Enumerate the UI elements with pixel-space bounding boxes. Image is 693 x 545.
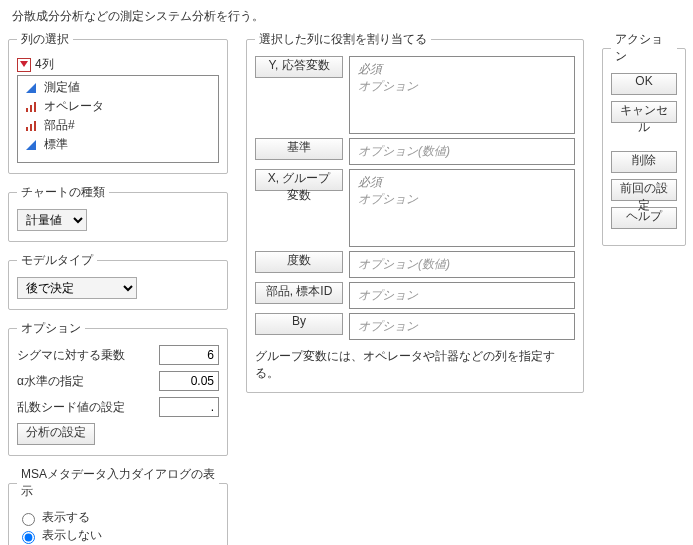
svg-rect-4 bbox=[34, 102, 36, 112]
role-x-box[interactable]: 必須 オプション bbox=[349, 169, 575, 247]
placeholder-optional: オプション bbox=[358, 287, 566, 304]
model-type-group: モデルタイプ 後で決定 bbox=[8, 252, 228, 310]
role-standard-button[interactable]: 基準 bbox=[255, 138, 343, 160]
list-item[interactable]: オペレータ bbox=[18, 97, 218, 116]
svg-rect-3 bbox=[30, 105, 32, 112]
list-item-label: 測定値 bbox=[44, 79, 80, 96]
msa-hide-radio[interactable] bbox=[22, 531, 35, 544]
analysis-settings-button[interactable]: 分析の設定 bbox=[17, 423, 95, 445]
sigma-input[interactable] bbox=[159, 345, 219, 365]
list-item[interactable]: 標準 bbox=[18, 135, 218, 154]
continuous-icon bbox=[24, 138, 38, 152]
help-button[interactable]: ヘルプ bbox=[611, 207, 677, 229]
svg-rect-5 bbox=[26, 127, 28, 131]
alpha-input[interactable] bbox=[159, 371, 219, 391]
dialog-description: 分散成分分析などの測定システム分析を行う。 bbox=[12, 8, 685, 25]
recall-button[interactable]: 前回の設定 bbox=[611, 179, 677, 201]
alpha-label: α水準の指定 bbox=[17, 373, 84, 390]
placeholder-optional: オプション bbox=[358, 78, 566, 95]
msa-show-label: 表示する bbox=[42, 509, 90, 526]
svg-marker-0 bbox=[20, 61, 28, 67]
role-standard-box[interactable]: オプション(数値) bbox=[349, 138, 575, 165]
roles-legend: 選択した列に役割を割り当てる bbox=[255, 31, 431, 48]
svg-rect-6 bbox=[30, 124, 32, 131]
msa-show-radio[interactable] bbox=[22, 513, 35, 526]
placeholder-required: 必須 bbox=[358, 174, 566, 191]
placeholder-optional-num: オプション(数値) bbox=[358, 256, 566, 273]
role-freq-box[interactable]: オプション(数値) bbox=[349, 251, 575, 278]
placeholder-required: 必須 bbox=[358, 61, 566, 78]
placeholder-optional: オプション bbox=[358, 191, 566, 208]
svg-marker-1 bbox=[26, 83, 36, 93]
placeholder-optional-num: オプション(数値) bbox=[358, 143, 566, 160]
column-list[interactable]: 測定値 オペレータ 部品# bbox=[17, 75, 219, 163]
sigma-label: シグマに対する乗数 bbox=[17, 347, 125, 364]
remove-button[interactable]: 削除 bbox=[611, 151, 677, 173]
role-y-box[interactable]: 必須 オプション bbox=[349, 56, 575, 134]
options-legend: オプション bbox=[17, 320, 85, 337]
actions-legend: アクション bbox=[611, 31, 677, 65]
roles-hint: グループ変数には、オペレータや計器などの列を指定する。 bbox=[255, 348, 575, 382]
seed-input[interactable] bbox=[159, 397, 219, 417]
svg-marker-8 bbox=[26, 140, 36, 150]
roles-group: 選択した列に役割を割り当てる Y, 応答変数 必須 オプション 基準 オプション… bbox=[246, 31, 584, 393]
chart-type-group: チャートの種類 計量値 bbox=[8, 184, 228, 242]
nominal-icon bbox=[24, 100, 38, 114]
options-group: オプション シグマに対する乗数 α水準の指定 乱数シード値の設定 分析の設定 bbox=[8, 320, 228, 456]
nominal-icon bbox=[24, 119, 38, 133]
placeholder-optional: オプション bbox=[358, 318, 566, 335]
chart-type-select[interactable]: 計量値 bbox=[17, 209, 87, 231]
column-count: 4列 bbox=[35, 56, 54, 73]
msa-meta-group: MSAメタデータ入力ダイアログの表示 表示する 表示しない bbox=[8, 466, 228, 545]
role-y-button[interactable]: Y, 応答変数 bbox=[255, 56, 343, 78]
role-freq-button[interactable]: 度数 bbox=[255, 251, 343, 273]
role-partid-box[interactable]: オプション bbox=[349, 282, 575, 309]
list-item-label: オペレータ bbox=[44, 98, 104, 115]
role-by-box[interactable]: オプション bbox=[349, 313, 575, 340]
role-x-button[interactable]: X, グループ変数 bbox=[255, 169, 343, 191]
msa-meta-legend: MSAメタデータ入力ダイアログの表示 bbox=[17, 466, 219, 500]
model-type-legend: モデルタイプ bbox=[17, 252, 97, 269]
list-item[interactable]: 測定値 bbox=[18, 78, 218, 97]
role-by-button[interactable]: By bbox=[255, 313, 343, 335]
msa-hide-label: 表示しない bbox=[42, 527, 102, 544]
list-item[interactable]: 部品# bbox=[18, 116, 218, 135]
svg-rect-2 bbox=[26, 108, 28, 112]
list-item-label: 部品# bbox=[44, 117, 75, 134]
column-select-group: 列の選択 4列 測定値 オペレータ bbox=[8, 31, 228, 174]
seed-label: 乱数シード値の設定 bbox=[17, 399, 125, 416]
role-partid-button[interactable]: 部品, 標本ID bbox=[255, 282, 343, 304]
model-type-select[interactable]: 後で決定 bbox=[17, 277, 137, 299]
continuous-icon bbox=[24, 81, 38, 95]
svg-rect-7 bbox=[34, 121, 36, 131]
chart-type-legend: チャートの種類 bbox=[17, 184, 109, 201]
cancel-button[interactable]: キャンセル bbox=[611, 101, 677, 123]
actions-group: アクション OK キャンセル 削除 前回の設定 ヘルプ bbox=[602, 31, 686, 246]
column-menu-button[interactable] bbox=[17, 58, 31, 72]
column-select-legend: 列の選択 bbox=[17, 31, 73, 48]
list-item-label: 標準 bbox=[44, 136, 68, 153]
ok-button[interactable]: OK bbox=[611, 73, 677, 95]
